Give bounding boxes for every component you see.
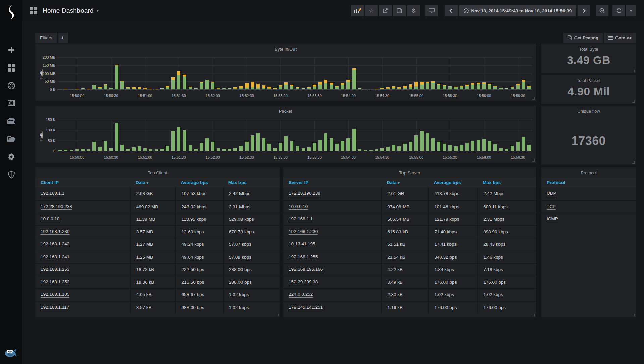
panel-title[interactable]: Top Client xyxy=(35,167,280,175)
link[interactable]: 172.28.190.238 xyxy=(289,191,320,196)
link[interactable]: 192.168.1.1 xyxy=(41,191,64,196)
chart-bar xyxy=(222,149,226,151)
table-header: Protocol xyxy=(541,178,636,187)
table-row: 224.0.0.2522.30 kB1.02 kbps1.02 kbps xyxy=(283,288,536,301)
dashboard-title[interactable]: Home Dashboard xyxy=(43,7,94,14)
chart-bar xyxy=(482,82,486,84)
fish-logo[interactable] xyxy=(4,347,17,359)
time-back-button[interactable] xyxy=(445,5,458,16)
chart-bar xyxy=(92,85,96,85)
time-forward-button[interactable] xyxy=(578,5,590,16)
table-cell: 71.40 kbps xyxy=(428,226,477,238)
refresh-button[interactable] xyxy=(612,5,625,16)
add-panel-button[interactable] xyxy=(351,5,364,16)
link[interactable]: UDP xyxy=(547,191,556,196)
link[interactable]: 192.168.1.255 xyxy=(289,254,318,260)
table-cell: 2.98 GB xyxy=(130,187,176,200)
y-tick-label: 100 MB xyxy=(37,72,55,76)
chart-bar xyxy=(302,89,305,89)
chart-bar xyxy=(369,150,373,151)
panel-title[interactable]: Protocol xyxy=(541,167,636,175)
settings-icon[interactable] xyxy=(7,152,16,161)
link[interactable]: TCP xyxy=(547,204,556,210)
table-cell: 18.72 kB xyxy=(130,264,176,276)
link[interactable]: 192.168.1.252 xyxy=(41,279,69,285)
x-tick-label: 15:50:00 xyxy=(65,94,89,98)
chart-bar xyxy=(482,84,486,89)
x-tick-label: 15:51:00 xyxy=(133,94,157,98)
refresh-interval-button[interactable]: ▾ xyxy=(626,5,636,16)
x-tick-label: 15:55:30 xyxy=(438,155,462,160)
column-header-data[interactable]: Data▾ xyxy=(130,180,176,185)
zoom-out-button[interactable] xyxy=(596,5,608,16)
link[interactable]: 179.245.141.251 xyxy=(289,305,323,310)
time-range-button[interactable]: Nov 18, 2014 15:49:43 to Nov 18, 2014 15… xyxy=(459,5,576,16)
table-cell: 3.57 kB xyxy=(130,302,176,314)
link[interactable]: 10.13.41.195 xyxy=(289,241,315,247)
storage-icon[interactable] xyxy=(7,117,16,126)
dashboard-settings-button[interactable]: ⚙ xyxy=(407,5,420,16)
link[interactable]: 192.168.1.230 xyxy=(41,229,69,235)
panel-title[interactable]: Total Byte xyxy=(541,44,636,52)
chart-bar xyxy=(251,82,254,87)
dashboard-caret-icon[interactable]: ▾ xyxy=(97,8,99,13)
link[interactable]: 192.168.1.241 xyxy=(41,254,69,260)
column-header-average-bps[interactable]: Average bps xyxy=(175,180,223,185)
column-header-average-bps[interactable]: Average bps xyxy=(428,180,477,185)
star-button[interactable]: ☆ xyxy=(365,5,378,16)
filters-button[interactable]: Filters xyxy=(35,33,57,43)
vault-icon[interactable] xyxy=(7,99,16,108)
column-header-client-ip[interactable]: Client IP xyxy=(35,180,130,185)
chart-bar xyxy=(505,89,508,89)
chart-bar xyxy=(364,150,367,151)
link[interactable]: 192.168.1.230 xyxy=(289,229,318,235)
link[interactable]: 192.168.1.105 xyxy=(41,292,69,298)
panel-title[interactable]: Byte In/Out xyxy=(35,44,536,52)
panel-title[interactable]: Packet xyxy=(35,106,536,114)
link[interactable]: 10.0.0.10 xyxy=(41,216,59,222)
add-icon[interactable] xyxy=(7,46,16,54)
link[interactable]: ICMP xyxy=(547,216,558,222)
share-button[interactable] xyxy=(379,5,392,16)
column-header-protocol[interactable]: Protocol xyxy=(541,180,636,185)
link[interactable]: 192.168.1.253 xyxy=(41,267,69,272)
grid-line xyxy=(57,65,532,66)
table-cell: 57.07 kbps xyxy=(223,238,280,251)
column-header-max-bps[interactable]: Max bps xyxy=(477,180,536,185)
y-tick-label: 0 xyxy=(37,149,55,153)
goto-button[interactable]: Goto >> xyxy=(604,33,636,43)
chart-bar xyxy=(217,88,220,88)
link[interactable]: 10.0.0.10 xyxy=(289,204,308,210)
app-logo[interactable] xyxy=(5,3,17,21)
panel-title[interactable]: Total Packet xyxy=(541,75,636,83)
get-pcapng-button[interactable]: Get Pcapng xyxy=(563,33,603,43)
sidebar xyxy=(0,0,22,364)
link[interactable]: 192.168.1.117 xyxy=(41,305,69,310)
panel-title[interactable]: Top Server xyxy=(283,167,536,175)
link[interactable]: 192.168.1.1 xyxy=(289,216,313,222)
chart-bar xyxy=(228,89,231,89)
link[interactable]: 224.0.0.252 xyxy=(289,292,313,298)
cycle-view-button[interactable] xyxy=(425,5,438,16)
add-filter-button[interactable]: + xyxy=(57,33,68,43)
aperture-icon[interactable] xyxy=(7,81,16,90)
chart-bar xyxy=(256,133,260,151)
table-cell: 21.54 kB xyxy=(381,251,428,263)
link[interactable]: 192.168.195.166 xyxy=(289,267,323,272)
link[interactable]: 152.29.209.38 xyxy=(289,279,318,285)
security-shield-icon[interactable] xyxy=(7,170,16,179)
dashboard-grid-icon[interactable] xyxy=(30,7,37,14)
folder-icon[interactable] xyxy=(7,135,16,143)
chart-bar xyxy=(279,143,282,151)
column-header-server-ip[interactable]: Server IP xyxy=(283,180,381,185)
table-cell: 1.02 kbps xyxy=(428,289,477,301)
link[interactable]: 192.168.1.242 xyxy=(41,241,69,247)
table-cell: 1.25 MB xyxy=(130,251,176,263)
dashboards-icon[interactable] xyxy=(7,63,16,72)
link[interactable]: 172.28.190.238 xyxy=(41,204,72,210)
chart-bar xyxy=(397,88,401,89)
save-button[interactable] xyxy=(393,5,406,16)
column-header-data[interactable]: Data▾ xyxy=(381,180,428,185)
panel-title[interactable]: Unique flow xyxy=(541,106,636,114)
column-header-max-bps[interactable]: Max bps xyxy=(223,180,280,185)
